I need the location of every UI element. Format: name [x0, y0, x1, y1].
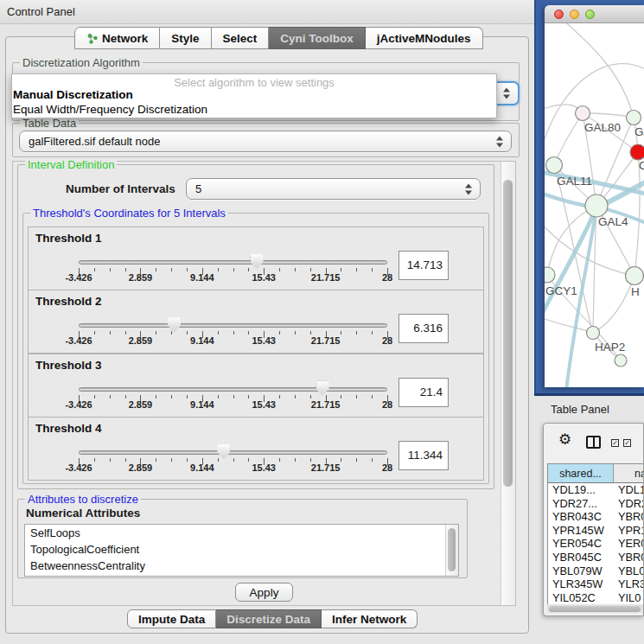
- network-edge: [554, 165, 593, 333]
- slider-tick: [372, 458, 373, 462]
- table-row[interactable]: YLR345WYLR3: [548, 577, 644, 591]
- slider-track[interactable]: [79, 260, 387, 265]
- slider-tick: [171, 331, 172, 335]
- algorithm-option-manual[interactable]: Manual Discretization: [13, 88, 495, 102]
- table-hscrollbar-track[interactable]: [547, 604, 644, 613]
- threshold-value-field[interactable]: 14.713: [399, 251, 449, 280]
- table-data-combo[interactable]: galFiltered.sif default node: [19, 131, 512, 152]
- tab-impute-data[interactable]: Impute Data: [127, 609, 216, 628]
- network-icon: [86, 33, 98, 44]
- slider-tick: [248, 395, 249, 399]
- column-header-0[interactable]: shared...: [548, 464, 614, 483]
- tab-network[interactable]: Network: [74, 27, 160, 49]
- tab-style[interactable]: Style: [160, 27, 211, 49]
- slider-thumb[interactable]: [168, 317, 181, 332]
- num-intervals-combo[interactable]: 5: [186, 178, 481, 200]
- apply-button[interactable]: Apply: [235, 583, 293, 602]
- numerical-attributes-list[interactable]: SelfLoopsTopologicalCoefficientBetweenne…: [24, 524, 459, 577]
- mac-minimize-icon[interactable]: [570, 10, 579, 19]
- checkbox-icon[interactable]: ✓: [623, 439, 631, 447]
- screen: Control Panel ✖ NetworkStyleSelectCyni T…: [0, 0, 644, 644]
- algorithm-option-equal-width[interactable]: Equal Width/Frequency Discretization: [13, 103, 495, 117]
- network-node-hap2[interactable]: [587, 327, 600, 340]
- gear-icon[interactable]: ⚙: [558, 432, 571, 447]
- slider-tick: [171, 458, 172, 462]
- network-node-ga[interactable]: [627, 111, 641, 125]
- slider-tick-label: 15.43: [252, 399, 276, 410]
- table-row[interactable]: YPR145WYPR1: [548, 524, 644, 538]
- network-node-label: GAL11: [557, 175, 592, 188]
- list-item[interactable]: SelfLoops: [25, 525, 458, 541]
- network-window-titlebar: [545, 5, 644, 23]
- slider-tick-label: 2.859: [129, 335, 153, 346]
- checkbox-icon[interactable]: ✓: [611, 439, 619, 447]
- table-cell: YDL19...: [548, 483, 614, 497]
- table-cell: YDL1: [614, 483, 644, 497]
- table-row[interactable]: YBR043CYBR0: [548, 510, 644, 524]
- slider-tick: [341, 268, 341, 271]
- slider-tick-label: 28: [382, 462, 392, 473]
- network-node-gal11[interactable]: [546, 157, 563, 174]
- table-row[interactable]: YBL079WYBL0: [548, 564, 644, 578]
- table-cell: YDR2: [614, 497, 644, 511]
- slider-tick: [156, 268, 156, 271]
- network-node-gcy1[interactable]: [545, 267, 555, 283]
- network-node-gal80[interactable]: [576, 106, 590, 121]
- threshold-value-field[interactable]: 21.4: [399, 378, 449, 407]
- list-item[interactable]: BetweennessCentrality: [25, 558, 458, 574]
- slider-tick: [110, 331, 111, 335]
- slider-tick-label: 21.715: [311, 399, 341, 410]
- mac-zoom-icon[interactable]: [585, 10, 595, 19]
- table-panel-title: Table Panel: [551, 403, 609, 416]
- settings-scrollbar-thumb[interactable]: [503, 180, 513, 487]
- network-node-h[interactable]: [626, 267, 644, 285]
- threshold-value-field[interactable]: 6.316: [399, 314, 449, 343]
- table-cell: YPR1: [614, 524, 644, 538]
- table-row[interactable]: YER054CYER0: [548, 537, 644, 551]
- slider-track[interactable]: [79, 450, 387, 455]
- slider-tick: [279, 458, 280, 462]
- slider-track[interactable]: [79, 387, 387, 392]
- slider-thumb[interactable]: [316, 381, 329, 396]
- threshold-panel-4: Threshold 4-3.4262.8599.14415.4321.71528…: [28, 417, 484, 481]
- network-node-c[interactable]: [630, 144, 644, 160]
- discretization-algorithm-group-title: Discretization Algorithm: [20, 56, 143, 69]
- numerical-attributes-label: Numerical Attributes: [26, 507, 140, 520]
- network-node[interactable]: [615, 354, 627, 367]
- list-item[interactable]: TopologicalCoefficient: [25, 541, 458, 558]
- split-columns-icon[interactable]: [586, 436, 601, 449]
- slider-track[interactable]: [79, 323, 387, 328]
- table-row[interactable]: YDL19...YDL1: [548, 483, 644, 497]
- tab-cyni-toolbox[interactable]: Cyni Toolbox: [269, 27, 366, 49]
- slider-tick: [233, 395, 234, 399]
- table-cell: YBR045C: [548, 551, 614, 564]
- network-node-gal4[interactable]: [585, 194, 608, 217]
- table-cell: YDR27...: [548, 497, 614, 511]
- tab-select[interactable]: Select: [212, 27, 270, 49]
- slider-tick: [310, 395, 311, 399]
- slider-tick: [356, 331, 357, 335]
- table-hscrollbar-thumb[interactable]: [549, 606, 641, 612]
- slider-tick: [110, 458, 111, 462]
- column-header-1[interactable]: na: [614, 464, 644, 483]
- attributes-scrollbar-thumb[interactable]: [448, 528, 456, 571]
- table-cell: YLR345W: [548, 577, 614, 591]
- slider-tick: [295, 268, 296, 271]
- tab-jactivemnodules[interactable]: jActiveMNodules: [366, 27, 483, 49]
- slider-thumb[interactable]: [217, 444, 230, 459]
- slider-tick-label: 21.715: [311, 272, 341, 283]
- slider-tick: [372, 331, 373, 335]
- network-canvas[interactable]: GAL80GACGAL11GAL4GCY1HHAP2: [545, 23, 644, 387]
- table-row[interactable]: YBR045CYBR0: [548, 551, 644, 564]
- mac-close-icon[interactable]: [554, 10, 564, 19]
- slider-tick: [295, 458, 296, 462]
- table-cell: YBR0: [614, 510, 644, 524]
- table-row[interactable]: YDR27...YDR2: [548, 497, 644, 511]
- threshold-value-field[interactable]: 11.344: [399, 441, 449, 470]
- tab-infer-network[interactable]: Infer Network: [322, 609, 418, 628]
- table-cell: YIL0: [614, 591, 644, 605]
- threshold-label: Threshold 1: [35, 232, 102, 245]
- slider-thumb[interactable]: [251, 254, 264, 269]
- tab-discretize-data[interactable]: Discretize Data: [216, 609, 322, 628]
- table-row[interactable]: YIL052CYIL0: [548, 591, 644, 605]
